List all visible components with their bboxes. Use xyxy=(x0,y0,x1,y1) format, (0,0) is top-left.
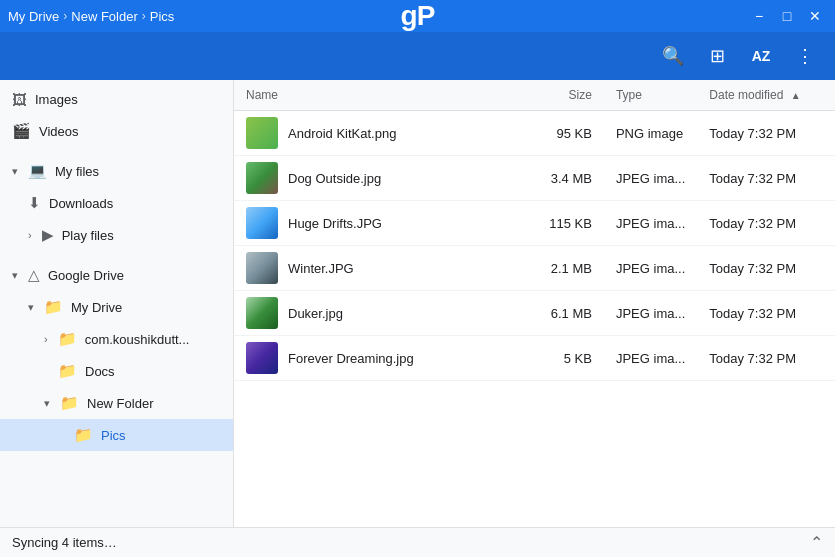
docs-folder-icon: 📁 xyxy=(58,362,77,380)
file-type-cell: JPEG ima... xyxy=(604,156,697,201)
file-table: Name Size Type Date modified ▲ Android K… xyxy=(234,80,835,381)
col-header-size[interactable]: Size xyxy=(532,80,604,111)
file-name-label: Winter.JPG xyxy=(288,261,354,276)
sidebar-item-newfolder[interactable]: ▾ 📁 New Folder xyxy=(0,387,233,419)
col-header-name[interactable]: Name xyxy=(234,80,532,111)
breadcrumb-mydrive[interactable]: My Drive xyxy=(8,9,59,24)
sidebar-item-docs-label: Docs xyxy=(85,364,115,379)
menu-icon[interactable]: ⋮ xyxy=(787,38,823,74)
file-thumbnail xyxy=(246,252,278,284)
file-date-cell: Today 7:32 PM xyxy=(697,291,835,336)
file-name-label: Duker.jpg xyxy=(288,306,343,321)
googledrive-expand-arrow: ▾ xyxy=(12,269,18,282)
sidebar-item-images-label: Images xyxy=(35,92,78,107)
sidebar-item-pics-label: Pics xyxy=(101,428,126,443)
file-name-label: Dog Outside.jpg xyxy=(288,171,381,186)
mydrive-folder-icon: 📁 xyxy=(44,298,63,316)
table-row[interactable]: Android KitKat.png 95 KB PNG image Today… xyxy=(234,111,835,156)
downloads-icon: ⬇ xyxy=(28,194,41,212)
sidebar-item-downloads[interactable]: ⬇ Downloads xyxy=(0,187,233,219)
file-date-cell: Today 7:32 PM xyxy=(697,336,835,381)
close-button[interactable]: ✕ xyxy=(803,4,827,28)
file-name-cell: Winter.JPG xyxy=(234,246,532,291)
file-type-cell: JPEG ima... xyxy=(604,246,697,291)
file-name-label: Android KitKat.png xyxy=(288,126,396,141)
search-icon[interactable]: 🔍 xyxy=(655,38,691,74)
myfiles-expand-arrow: ▾ xyxy=(12,165,18,178)
mydrive-expand-arrow: ▾ xyxy=(28,301,34,314)
sidebar-item-comkoushik-label: com.koushikdutt... xyxy=(85,332,190,347)
table-header-row: Name Size Type Date modified ▲ xyxy=(234,80,835,111)
file-date-cell: Today 7:32 PM xyxy=(697,111,835,156)
file-size-cell: 2.1 MB xyxy=(532,246,604,291)
sidebar-item-playfiles-label: Play files xyxy=(62,228,114,243)
file-date-cell: Today 7:32 PM xyxy=(697,201,835,246)
sidebar-item-myfiles[interactable]: ▾ 💻 My files xyxy=(0,155,233,187)
sidebar-item-videos[interactable]: 🎬 Videos xyxy=(0,115,233,147)
sidebar-item-videos-label: Videos xyxy=(39,124,79,139)
grid-view-icon[interactable]: ⊞ xyxy=(699,38,735,74)
sidebar-item-playfiles[interactable]: › ▶ Play files xyxy=(0,219,233,251)
sidebar-item-newfolder-label: New Folder xyxy=(87,396,153,411)
file-row-name: Dog Outside.jpg xyxy=(246,162,520,194)
window-controls: − □ ✕ xyxy=(747,4,827,28)
status-chevron-icon[interactable]: ⌃ xyxy=(810,533,823,552)
breadcrumb-pics[interactable]: Pics xyxy=(150,9,175,24)
main-layout: 🖼 Images 🎬 Videos ▾ 💻 My files ⬇ Downloa… xyxy=(0,80,835,527)
app-logo: gP xyxy=(401,0,435,32)
sidebar-section-media: 🖼 Images 🎬 Videos xyxy=(0,80,233,151)
toolbar: 🔍 ⊞ AZ ⋮ xyxy=(0,32,835,80)
breadcrumb-sep1: › xyxy=(63,9,67,23)
sidebar-item-images[interactable]: 🖼 Images xyxy=(0,84,233,115)
table-row[interactable]: Huge Drifts.JPG 115 KB JPEG ima... Today… xyxy=(234,201,835,246)
file-name-cell: Forever Dreaming.jpg xyxy=(234,336,532,381)
file-row-name: Android KitKat.png xyxy=(246,117,520,149)
sidebar-item-mydrive[interactable]: ▾ 📁 My Drive xyxy=(0,291,233,323)
statusbar: Syncing 4 items… ⌃ xyxy=(0,527,835,557)
toolbar-right: 🔍 ⊞ AZ ⋮ xyxy=(655,38,823,74)
file-row-name: Forever Dreaming.jpg xyxy=(246,342,520,374)
breadcrumb: My Drive › New Folder › Pics xyxy=(8,9,174,24)
googledrive-icon: △ xyxy=(28,266,40,284)
minimize-button[interactable]: − xyxy=(747,4,771,28)
sidebar-item-googledrive[interactable]: ▾ △ Google Drive xyxy=(0,259,233,291)
table-row[interactable]: Duker.jpg 6.1 MB JPEG ima... Today 7:32 … xyxy=(234,291,835,336)
file-thumbnail xyxy=(246,117,278,149)
myfiles-icon: 💻 xyxy=(28,162,47,180)
file-row-name: Duker.jpg xyxy=(246,297,520,329)
playfiles-icon: ▶ xyxy=(42,226,54,244)
col-header-date[interactable]: Date modified ▲ xyxy=(697,80,835,111)
file-name-label: Forever Dreaming.jpg xyxy=(288,351,414,366)
col-header-date-label: Date modified xyxy=(709,88,783,102)
file-type-cell: PNG image xyxy=(604,111,697,156)
table-row[interactable]: Winter.JPG 2.1 MB JPEG ima... Today 7:32… xyxy=(234,246,835,291)
col-header-type[interactable]: Type xyxy=(604,80,697,111)
file-type-cell: JPEG ima... xyxy=(604,336,697,381)
titlebar: My Drive › New Folder › Pics gP − □ ✕ xyxy=(0,0,835,32)
file-name-cell: Android KitKat.png xyxy=(234,111,532,156)
file-row-name: Huge Drifts.JPG xyxy=(246,207,520,239)
maximize-button[interactable]: □ xyxy=(775,4,799,28)
table-row[interactable]: Dog Outside.jpg 3.4 MB JPEG ima... Today… xyxy=(234,156,835,201)
sidebar-section-myfiles: ▾ 💻 My files ⬇ Downloads › ▶ Play files xyxy=(0,151,233,255)
sort-arrow-icon: ▲ xyxy=(791,90,801,101)
sidebar-item-comkoushik[interactable]: › 📁 com.koushikdutt... xyxy=(0,323,233,355)
file-area: Name Size Type Date modified ▲ Android K… xyxy=(234,80,835,527)
file-thumbnail xyxy=(246,297,278,329)
sidebar-item-pics[interactable]: 📁 Pics xyxy=(0,419,233,451)
file-size-cell: 6.1 MB xyxy=(532,291,604,336)
sidebar-item-googledrive-label: Google Drive xyxy=(48,268,124,283)
breadcrumb-newfolder[interactable]: New Folder xyxy=(71,9,137,24)
table-row[interactable]: Forever Dreaming.jpg 5 KB JPEG ima... To… xyxy=(234,336,835,381)
status-text: Syncing 4 items… xyxy=(12,535,117,550)
breadcrumb-sep2: › xyxy=(142,9,146,23)
file-type-cell: JPEG ima... xyxy=(604,291,697,336)
comkoushik-folder-icon: 📁 xyxy=(58,330,77,348)
file-size-cell: 115 KB xyxy=(532,201,604,246)
sidebar-item-mydrive-label: My Drive xyxy=(71,300,122,315)
sidebar: 🖼 Images 🎬 Videos ▾ 💻 My files ⬇ Downloa… xyxy=(0,80,234,527)
sort-icon[interactable]: AZ xyxy=(743,38,779,74)
file-size-cell: 3.4 MB xyxy=(532,156,604,201)
sidebar-item-docs[interactable]: 📁 Docs xyxy=(0,355,233,387)
sidebar-item-myfiles-label: My files xyxy=(55,164,99,179)
